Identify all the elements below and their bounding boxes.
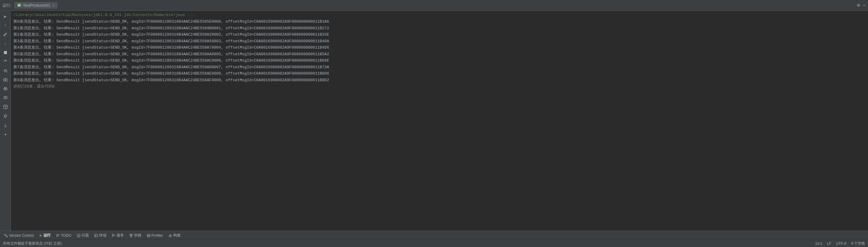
tab-build[interactable]: 构建 <box>166 231 183 240</box>
svg-point-8 <box>5 79 6 81</box>
svg-point-2 <box>4 35 4 36</box>
wrench-icon[interactable] <box>1 30 10 39</box>
cursor-position[interactable]: 14:1 <box>815 242 822 246</box>
tab-todo-label: TODO <box>61 234 71 238</box>
console-area[interactable]: /Library/Java/JavaVirtualMachines/jdk1.8… <box>11 11 868 231</box>
console-line-9: 第9条消息发出, 结果: SendResult [sendStatus=SEND… <box>11 77 868 84</box>
svg-point-33 <box>130 236 132 237</box>
console-line-7: 第7条消息发出, 结果: SendResult [sendStatus=SEND… <box>11 64 868 71</box>
tab-version-control[interactable]: Version Control <box>2 231 36 240</box>
console-line-3: 第3条消息发出, 结果: SendResult [sendStatus=SEND… <box>11 38 868 45</box>
run-tab[interactable]: ▶ TestProducer01 ✕ <box>14 2 58 8</box>
tab-dependencies[interactable]: 依赖 <box>127 231 144 240</box>
svg-rect-7 <box>4 79 7 81</box>
svg-marker-30 <box>113 234 115 237</box>
svg-point-32 <box>131 234 133 235</box>
svg-rect-3 <box>4 51 7 54</box>
info-icon[interactable] <box>1 121 10 129</box>
tab-build-label: 构建 <box>173 233 181 238</box>
tab-version-control-label: Version Control <box>9 234 34 238</box>
tab-profiler[interactable]: Profiler <box>144 231 165 240</box>
svg-marker-22 <box>40 234 42 237</box>
console-line-8: 第8条消息发出, 结果: SendResult [sendStatus=SEND… <box>11 71 868 77</box>
left-sidebar: ▶ ↑ ↓ <box>0 11 11 231</box>
tab-terminal-label: 终端 <box>99 233 106 238</box>
run-tab-icon: ▶ <box>17 3 22 7</box>
status-bar-right: 14:1 LF UTF-8 4 个空格 <box>815 241 865 246</box>
console-exit-line: 进程已结束，退出代码0 <box>11 83 868 89</box>
console-line-0: 第0条消息发出, 结果: SendResult [sendStatus=SEND… <box>11 19 868 25</box>
settings-button[interactable]: ⚙ <box>857 2 860 8</box>
status-bar: 所有文件都处于最新状态 (片刻 之前) 14:1 LF UTF-8 4 个空格 <box>0 240 868 247</box>
up-icon[interactable]: ↑ <box>1 21 10 30</box>
run-tab-label: TestProducer01 <box>23 3 50 7</box>
svg-point-17 <box>5 124 6 125</box>
tab-run[interactable]: 运行 <box>37 231 53 240</box>
svg-line-21 <box>5 235 7 236</box>
print-icon[interactable] <box>1 85 10 93</box>
console-line-1: 第1条消息发出, 结果: SendResult [sendStatus=SEND… <box>11 25 868 32</box>
collapse-icon[interactable]: ◂ <box>1 130 10 138</box>
scroll-icon[interactable] <box>1 66 10 75</box>
tab-close-button[interactable]: ✕ <box>52 3 55 7</box>
console-line-5: 第5条消息发出, 结果: SendResult [sendStatus=SEND… <box>11 51 868 58</box>
down-icon[interactable]: ↓ <box>1 39 10 48</box>
toolbar-right: ⚙ — <box>857 2 866 8</box>
console-line-2: 第2条消息发出, 结果: SendResult [sendStatus=SEND… <box>11 31 868 38</box>
svg-rect-29 <box>95 234 98 237</box>
run-icon[interactable]: ▶ <box>1 12 10 21</box>
tab-services[interactable]: 服务 <box>110 231 126 240</box>
tab-todo[interactable]: TODO <box>54 231 73 240</box>
console-line-4: 第4条消息发出, 结果: SendResult [sendStatus=SEND… <box>11 45 868 51</box>
bottom-tabs-bar: Version Control 运行 TODO 问题 终端 服务 依赖 Prof… <box>0 231 868 240</box>
camera-icon[interactable] <box>1 76 10 84</box>
svg-rect-38 <box>169 236 172 237</box>
console-path-line: /Library/Java/JavaVirtualMachines/jdk1.8… <box>11 12 868 19</box>
stop-icon[interactable] <box>1 48 10 57</box>
tab-run-label: 运行 <box>43 233 51 238</box>
tab-terminal[interactable]: 终端 <box>92 231 109 240</box>
console-line-6: 第6条消息发出, 结果: SendResult [sendStatus=SEND… <box>11 57 868 64</box>
svg-point-37 <box>148 235 149 236</box>
svg-line-35 <box>131 235 132 236</box>
tab-problems-label: 问题 <box>82 233 89 238</box>
top-toolbar: 运行: ▶ TestProducer01 ✕ ⚙ — <box>0 0 868 11</box>
run-label: 运行: <box>2 3 11 8</box>
svg-point-31 <box>130 234 131 235</box>
svg-point-20 <box>6 236 7 237</box>
main-area: ▶ ↑ ↓ <box>0 11 868 231</box>
svg-point-28 <box>79 236 79 237</box>
panel-icon[interactable] <box>1 103 10 111</box>
line-ending[interactable]: LF <box>827 242 831 246</box>
rerun-icon[interactable] <box>1 57 10 66</box>
tab-problems[interactable]: 问题 <box>74 231 91 240</box>
tab-profiler-label: Profiler <box>152 234 163 238</box>
tab-services-label: 服务 <box>117 233 124 238</box>
export-icon[interactable] <box>1 93 10 102</box>
minimize-button[interactable]: — <box>863 3 866 8</box>
encoding[interactable]: UTF-8 <box>836 242 846 246</box>
svg-line-34 <box>130 235 131 236</box>
pin-icon[interactable] <box>1 112 10 120</box>
tab-dependencies-label: 依赖 <box>134 233 141 238</box>
svg-point-36 <box>147 234 150 237</box>
indent-setting[interactable]: 4 个空格 <box>851 241 865 246</box>
svg-point-19 <box>4 234 6 235</box>
status-message: 所有文件都处于最新状态 (片刻 之前) <box>3 241 62 246</box>
